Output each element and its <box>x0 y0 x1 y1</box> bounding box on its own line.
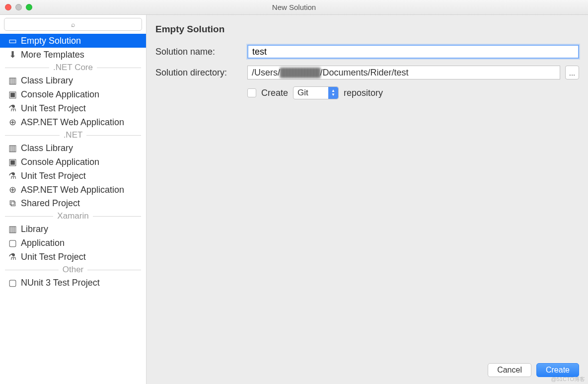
solution-directory-label: Solution directory: <box>155 68 247 78</box>
chevron-updown-icon: ▲▼ <box>328 87 338 99</box>
repository-label: repository <box>344 88 383 98</box>
window-title: New Solution <box>272 3 316 11</box>
sidebar-item-label: Unit Test Project <box>21 252 86 262</box>
library-icon: ▥ <box>8 75 17 86</box>
globe-icon: ⊕ <box>8 117 17 128</box>
obscured-username: ██████ <box>280 68 320 78</box>
sidebar-item-label: Class Library <box>21 143 73 154</box>
sidebar-item-label: ASP.NET Web Application <box>21 185 124 195</box>
cancel-button[interactable]: Cancel <box>488 363 531 377</box>
sidebar-item-label: Unit Test Project <box>21 171 86 181</box>
traffic-lights <box>5 4 32 10</box>
sidebar-item-label: NUnit 3 Test Project <box>21 278 100 288</box>
sidebar-item-asp-net-web-application[interactable]: ⊕ASP.NET Web Application <box>0 115 146 129</box>
template-sidebar: ▭Empty Solution⬇More Templates.NET Core▥… <box>0 15 147 384</box>
sidebar-item-more-templates[interactable]: ⬇More Templates <box>0 48 146 62</box>
close-window-button[interactable] <box>5 4 11 10</box>
sidebar-item-empty-solution[interactable]: ▭Empty Solution <box>0 34 146 48</box>
sidebar-item-label: Unit Test Project <box>21 103 86 114</box>
sidebar-item-unit-test-project[interactable]: ⚗Unit Test Project <box>0 101 146 115</box>
vcs-select[interactable]: Git ▲▼ <box>293 86 339 99</box>
solution-name-label: Solution name: <box>155 47 247 57</box>
zoom-window-button[interactable] <box>26 4 32 10</box>
sidebar-item-unit-test-project[interactable]: ⚗Unit Test Project <box>0 250 146 264</box>
flask-icon: ⚗ <box>8 251 17 262</box>
shared-icon: ⧉ <box>8 198 17 209</box>
sidebar-item-label: ASP.NET Web Application <box>21 117 124 128</box>
create-button[interactable]: Create <box>536 363 579 377</box>
sidebar-item-class-library[interactable]: ▥Class Library <box>0 74 146 87</box>
sidebar-item-label: Console Application <box>21 157 99 167</box>
flask-icon: ⚗ <box>8 170 17 181</box>
solution-icon: ▭ <box>8 35 17 46</box>
library-icon: ▥ <box>8 224 17 234</box>
section-header: .NET <box>0 129 146 141</box>
browse-directory-button[interactable]: ... <box>565 66 579 79</box>
search-input[interactable] <box>4 18 142 31</box>
minimize-window-button[interactable] <box>15 4 22 10</box>
download-icon: ⬇ <box>8 49 17 60</box>
sidebar-item-unit-test-project[interactable]: ⚗Unit Test Project <box>0 169 146 183</box>
solution-directory-input[interactable]: /Users/ ██████ /Documents/Rider/test <box>247 66 560 79</box>
flask-icon: ⚗ <box>8 103 17 114</box>
sidebar-item-nunit-3-test-project[interactable]: ▢NUnit 3 Test Project <box>0 276 146 290</box>
sidebar-item-label: More Templates <box>21 50 84 60</box>
sidebar-item-label: Empty Solution <box>21 36 81 46</box>
sidebar-item-asp-net-web-application[interactable]: ⊕ASP.NET Web Application <box>0 183 146 197</box>
sidebar-item-label: Class Library <box>21 76 73 86</box>
sidebar-item-label: Shared Project <box>21 198 80 209</box>
section-header: Xamarin <box>0 210 146 222</box>
section-header: Other <box>0 264 146 276</box>
sidebar-item-label: Console Application <box>21 89 99 100</box>
globe-icon: ⊕ <box>8 184 17 195</box>
watermark: @51CTO博客 <box>551 376 585 383</box>
section-header: .NET Core <box>0 62 146 74</box>
sidebar-item-class-library[interactable]: ▥Class Library <box>0 141 146 155</box>
page-title: Empty Solution <box>155 24 579 45</box>
console-icon: ▣ <box>8 156 17 167</box>
sidebar-item-console-application[interactable]: ▣Console Application <box>0 87 146 101</box>
solution-name-input[interactable] <box>247 45 579 59</box>
sidebar-item-library[interactable]: ▥Library <box>0 222 146 236</box>
library-icon: ▥ <box>8 143 17 154</box>
sidebar-item-console-application[interactable]: ▣Console Application <box>0 155 146 169</box>
sidebar-item-label: Application <box>21 238 65 248</box>
create-repository-checkbox[interactable] <box>247 88 256 97</box>
main-panel: Empty Solution Solution name: Solution d… <box>147 15 588 384</box>
sidebar-item-application[interactable]: ▢Application <box>0 236 146 250</box>
app-icon: ▢ <box>8 277 17 288</box>
app-icon: ▢ <box>8 237 17 248</box>
titlebar: New Solution <box>0 0 588 15</box>
console-icon: ▣ <box>8 89 17 100</box>
sidebar-item-label: Library <box>21 224 48 234</box>
create-label: Create <box>261 88 288 98</box>
sidebar-item-shared-project[interactable]: ⧉Shared Project <box>0 197 146 210</box>
